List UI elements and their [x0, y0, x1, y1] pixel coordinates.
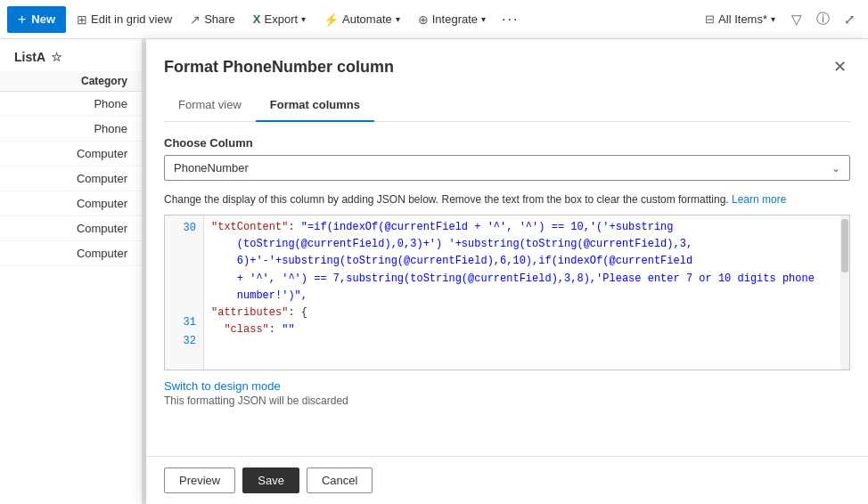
- line-number: [165, 238, 203, 256]
- learn-more-link[interactable]: Learn more: [732, 193, 786, 206]
- panel-overlay: Format PhoneNumber column ✕ Format view …: [143, 39, 868, 504]
- design-mode-row: Switch to design mode This formatting JS…: [164, 379, 850, 407]
- main-layout: ListA ☆ Category Phone Phone Computer Co…: [0, 39, 868, 504]
- panel-footer: Preview Save Cancel: [146, 456, 868, 504]
- view-icon: ⊟: [705, 12, 715, 26]
- panel-content: Choose Column PhoneNumber ⌄ Change the d…: [146, 122, 868, 456]
- tab-format-view[interactable]: Format view: [164, 91, 256, 122]
- description-text: Change the display of this column by add…: [164, 191, 850, 207]
- code-scrollbar[interactable]: [840, 215, 849, 370]
- line-number: 30: [165, 219, 203, 238]
- list-item[interactable]: Computer: [0, 191, 142, 216]
- choose-column-label: Choose Column: [164, 136, 850, 150]
- list-item[interactable]: Computer: [0, 216, 142, 241]
- panel-header: Format PhoneNumber column ✕: [146, 39, 868, 80]
- list-item[interactable]: Phone: [0, 117, 142, 142]
- toolbar: + New ⊞ Edit in grid view ↗ Share X Expo…: [0, 0, 868, 39]
- grid-icon: ⊞: [77, 12, 87, 27]
- integrate-button[interactable]: ⊕ Integrate ▾: [411, 9, 493, 30]
- list-name: ListA: [14, 50, 45, 64]
- more-options-button[interactable]: ···: [496, 8, 524, 31]
- integrate-icon: ⊕: [418, 12, 429, 27]
- line-number: 31: [165, 313, 203, 332]
- plus-icon: +: [18, 12, 26, 28]
- list-item[interactable]: Computer: [0, 167, 142, 191]
- format-panel: Format PhoneNumber column ✕ Format view …: [146, 39, 868, 504]
- line-number: [165, 295, 203, 313]
- share-button[interactable]: ↗ Share: [183, 9, 242, 30]
- line-numbers: 30 31 32: [165, 215, 204, 370]
- design-mode-warning: This formatting JSON will be discarded: [164, 394, 850, 407]
- panel-title: Format PhoneNumber column: [164, 58, 394, 77]
- toolbar-right: ⊟ All Items* ▾ ▽ ⓘ ⤢: [698, 7, 861, 31]
- save-button[interactable]: Save: [242, 467, 299, 493]
- export-button[interactable]: X Export ▾: [246, 9, 313, 29]
- line-number: [165, 276, 203, 295]
- dropdown-chevron-icon: ⌄: [831, 162, 840, 175]
- sidebar: ListA ☆ Category Phone Phone Computer Co…: [0, 39, 143, 504]
- info-button[interactable]: ⓘ: [811, 7, 835, 31]
- line-number: 32: [165, 332, 203, 351]
- all-items-button[interactable]: ⊟ All Items* ▾: [698, 9, 782, 29]
- list-item[interactable]: Phone: [0, 92, 142, 117]
- panel-tabs: Format view Format columns: [164, 91, 850, 122]
- code-content[interactable]: "txtContent": "=if(indexOf(@currentField…: [204, 215, 849, 370]
- filter-button[interactable]: ▽: [786, 8, 807, 31]
- export-chevron-icon: ▾: [301, 14, 306, 24]
- automate-button[interactable]: ⚡ Automate ▾: [316, 9, 407, 30]
- list-item[interactable]: Computer: [0, 241, 142, 266]
- cancel-button[interactable]: Cancel: [307, 467, 373, 493]
- edit-grid-button[interactable]: ⊞ Edit in grid view: [70, 9, 179, 30]
- list-item[interactable]: Computer: [0, 142, 142, 167]
- code-editor[interactable]: 30 31 32 "txtContent": "=if(indexOf(@cur…: [164, 215, 850, 370]
- integrate-chevron-icon: ▾: [481, 14, 486, 24]
- column-selected-value: PhoneNumber: [174, 161, 249, 175]
- sidebar-header: ListA ☆: [0, 39, 142, 71]
- line-number: [165, 256, 203, 275]
- automate-chevron-icon: ▾: [396, 14, 400, 24]
- automate-icon: ⚡: [323, 12, 339, 27]
- tab-format-columns[interactable]: Format columns: [256, 91, 374, 122]
- excel-icon: X: [253, 12, 261, 26]
- close-button[interactable]: ✕: [830, 53, 850, 80]
- design-mode-link[interactable]: Switch to design mode: [164, 379, 281, 393]
- preview-button[interactable]: Preview: [164, 467, 235, 493]
- favorite-star-icon[interactable]: ☆: [51, 50, 62, 64]
- column-dropdown[interactable]: PhoneNumber ⌄: [164, 155, 850, 181]
- expand-button[interactable]: ⤢: [839, 8, 861, 31]
- share-icon: ↗: [190, 12, 201, 27]
- sidebar-column-header: Category: [0, 71, 142, 92]
- new-button[interactable]: + New: [7, 6, 66, 33]
- all-items-chevron-icon: ▾: [771, 14, 775, 24]
- scrollbar-thumb: [841, 219, 848, 272]
